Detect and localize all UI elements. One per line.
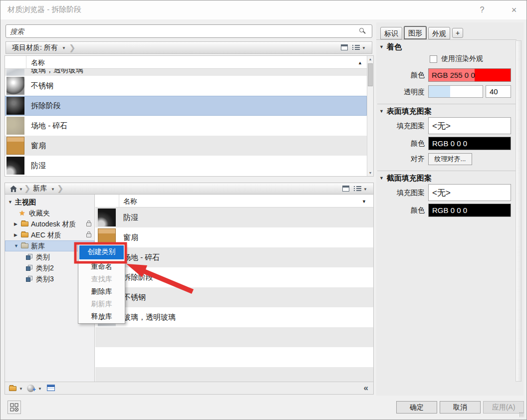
library-row-empty [95, 367, 373, 382]
section-surface-pattern[interactable]: ▼表面填充图案 [379, 107, 432, 116]
breadcrumb-library[interactable]: 新库 [33, 184, 47, 193]
expander-right-icon[interactable]: ▶ [14, 229, 17, 240]
close-button[interactable]: × [508, 4, 521, 16]
menu-item-refresh-library[interactable]: 刷新库 [79, 298, 124, 310]
asset-list-icon[interactable] [47, 385, 55, 391]
material-row[interactable]: 窗扇 [5, 136, 367, 156]
ok-button[interactable]: 确定 [396, 401, 437, 414]
sort-descending-icon[interactable]: ▼ [362, 199, 366, 204]
surface-color-swatch[interactable]: RGB 0 0 0 [428, 137, 511, 150]
surface-pattern-field[interactable]: <无> [428, 117, 511, 134]
view-dropdown-icon[interactable]: ▼ [363, 187, 367, 192]
scrollbar-thumb[interactable] [368, 63, 373, 86]
library-dropdown-icon[interactable]: ▼ [51, 187, 55, 192]
cut-pattern-field[interactable]: <无> [428, 184, 511, 201]
library-row[interactable]: 窗扇 [95, 227, 373, 247]
library-row[interactable]: 防湿 [95, 208, 373, 227]
create-material-dropdown-icon[interactable]: ▼ [38, 387, 42, 391]
library-row[interactable]: 场地 - 碎石 [95, 247, 373, 267]
search-icon[interactable] [359, 28, 364, 32]
material-row-partial[interactable]: 玻璃，透明玻璃 [5, 69, 367, 76]
library-row[interactable]: 玻璃，透明玻璃 [95, 307, 373, 327]
menu-item-release-library[interactable]: 释放库 [79, 310, 124, 323]
library-row[interactable]: 拆除阶段 [95, 267, 373, 287]
section-title: 着色 [387, 42, 402, 51]
material-name: 场地 - 碎石 [31, 116, 67, 136]
search-input[interactable] [9, 26, 358, 36]
transparency-input[interactable]: 40 [486, 85, 511, 98]
menu-item-rename[interactable]: 重命名 [79, 260, 124, 273]
breadcrumb-chevron-icon: ❯ [57, 183, 63, 194]
material-row[interactable]: 场地 - 碎石 [5, 116, 367, 136]
tab-appearance[interactable]: 外观 [428, 27, 450, 39]
menu-item-find-library[interactable]: 查找库 [79, 273, 124, 285]
help-button[interactable]: ? [476, 4, 489, 16]
cut-color-swatch[interactable]: RGB 0 0 0 [428, 204, 511, 217]
home-dropdown-icon[interactable]: ▼ [19, 187, 23, 192]
resize-grip[interactable] [519, 412, 524, 417]
list-view-icon[interactable] [354, 186, 361, 192]
name-column-header[interactable]: 名称 [31, 56, 45, 69]
expander-right-icon[interactable]: ▶ [14, 218, 17, 229]
vertical-scrollbar[interactable]: ▲ ▼ [367, 56, 373, 176]
thumbnail-view-icon[interactable] [342, 186, 349, 192]
panel-scrollbar[interactable] [516, 40, 522, 382]
asset-browser-toggle-button[interactable] [7, 401, 21, 414]
chevron-down-icon[interactable]: ▼ [62, 46, 66, 50]
tab-graphics[interactable]: 图形 [404, 26, 427, 39]
thumbnail-view-icon[interactable] [341, 44, 348, 50]
category-icon [26, 265, 32, 271]
material-row[interactable]: 防湿 [5, 156, 367, 176]
title-bar: 材质浏览器 - 拆除阶段 ? × [0, 0, 527, 19]
color-value: RGB 0 0 0 [432, 139, 467, 148]
home-icon[interactable] [10, 186, 17, 192]
library-list-header[interactable]: 名称 ▼ [95, 195, 373, 208]
cancel-button[interactable]: 取消 [440, 401, 481, 414]
use-render-appearance-checkbox[interactable] [430, 55, 437, 63]
tree-item-favorites[interactable]: ★ 收藏夹 [5, 208, 94, 218]
material-name: 玻璃，透明玻璃 [123, 307, 176, 327]
scroll-up-icon[interactable]: ▲ [367, 56, 373, 62]
name-column-header[interactable]: 名称 [123, 195, 137, 208]
project-materials-label[interactable]: 项目材质: 所有 [12, 43, 58, 52]
tree-item-aec-materials[interactable]: ▶ AEC 材质 [5, 229, 94, 240]
folder-icon [21, 221, 28, 226]
add-tab-button[interactable]: + [452, 28, 463, 38]
material-row[interactable]: 不锈钢 [5, 76, 367, 96]
material-name: 防湿 [123, 208, 138, 227]
texture-alignment-button[interactable]: 纹理对齐... [428, 153, 472, 165]
tab-identity[interactable]: 标识 [380, 27, 402, 39]
sort-ascending-icon[interactable]: ▲ [358, 60, 362, 65]
section-shading[interactable]: ▼着色 [379, 42, 402, 52]
view-dropdown-icon[interactable]: ▼ [362, 46, 366, 50]
tree-label: 类别2 [36, 262, 54, 273]
manage-library-icon[interactable] [9, 386, 16, 391]
collapse-panel-icon[interactable]: « [364, 383, 368, 393]
list-view-icon[interactable] [352, 45, 360, 50]
material-list-header[interactable]: 名称 ▲ [5, 56, 373, 69]
expander-down-icon[interactable]: ▼ [14, 240, 18, 251]
menu-item-delete-library[interactable]: 删除库 [79, 285, 124, 298]
scroll-down-icon[interactable]: ▼ [367, 170, 373, 176]
section-cut-pattern[interactable]: ▼截面填充图案 [379, 174, 432, 183]
color-label: 颜色 [376, 71, 425, 80]
shading-color-swatch[interactable]: RGB 255 0 0 [428, 68, 511, 82]
category-icon [26, 276, 32, 282]
collapse-section-icon: ▼ [379, 109, 384, 114]
material-thumbnail-dark [6, 157, 24, 175]
expander-down-icon[interactable]: ▼ [8, 197, 12, 208]
material-name: 窗扇 [31, 136, 46, 156]
transparency-slider[interactable] [428, 85, 483, 98]
manage-library-dropdown-icon[interactable]: ▼ [19, 387, 23, 391]
use-render-appearance-label: 使用渲染外观 [441, 54, 483, 63]
library-row[interactable]: 不锈钢 [95, 287, 373, 307]
menu-item-create-category[interactable]: 创建类别 [79, 245, 124, 259]
apply-button[interactable]: 应用(A) [483, 401, 524, 414]
tree-item-home-view[interactable]: ▼ 主视图 [5, 197, 94, 208]
material-row-selected[interactable]: 拆除阶段 [5, 96, 367, 116]
project-materials-bar: 项目材质: 所有 ▼ ❯ ▼ [5, 41, 372, 54]
tree-item-autodesk-materials[interactable]: ▶ Autodesk 材质 [5, 218, 94, 229]
material-browser-dialog: 材质浏览器 - 拆除阶段 ? × 项目材质: 所有 ▼ ❯ ▼ 名称 ▲ 玻璃，… [0, 0, 527, 420]
lock-icon [86, 222, 91, 226]
library-rows: 防湿 窗扇 场地 - 碎石 拆除阶段 不锈钢 [95, 208, 373, 382]
